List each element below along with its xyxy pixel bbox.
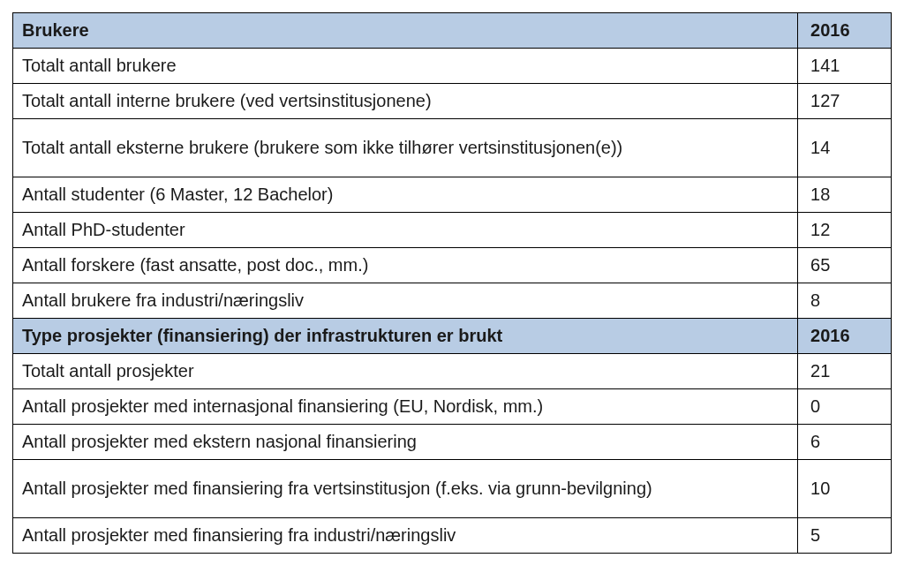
row-label: Antall forskere (fast ansatte, post doc.… [13, 248, 798, 283]
row-label: Antall prosjekter med ekstern nasjonal f… [13, 425, 798, 460]
row-value: 14 [798, 119, 892, 177]
section-header-label: Type prosjekter (finansiering) der infra… [13, 319, 798, 354]
row-value: 21 [798, 354, 892, 389]
row-value: 5 [798, 518, 892, 554]
row-value: 6 [798, 425, 892, 460]
table-row: Totalt antall interne brukere (ved verts… [13, 84, 892, 119]
table-row: Totalt antall eksterne brukere (brukere … [13, 119, 892, 177]
row-label: Antall brukere fra industri/næringsliv [13, 283, 798, 319]
table-row: Antall prosjekter med ekstern nasjonal f… [13, 425, 892, 460]
section-header-year: 2016 [798, 319, 892, 354]
section-header-row: Type prosjekter (finansiering) der infra… [13, 319, 892, 354]
row-label: Totalt antall interne brukere (ved verts… [13, 84, 798, 119]
row-label: Antall prosjekter med finansiering fra v… [13, 460, 798, 518]
row-value: 65 [798, 248, 892, 283]
row-value: 10 [798, 460, 892, 518]
data-table: Brukere2016Totalt antall brukere141Total… [12, 12, 892, 554]
table-row: Antall prosjekter med finansiering fra v… [13, 460, 892, 518]
row-label: Antall prosjekter med finansiering fra i… [13, 518, 798, 554]
row-label: Totalt antall brukere [13, 49, 798, 84]
table-row: Antall PhD-studenter12 [13, 213, 892, 248]
row-value: 18 [798, 177, 892, 213]
row-value: 141 [798, 49, 892, 84]
table-row: Totalt antall brukere141 [13, 49, 892, 84]
row-label: Totalt antall prosjekter [13, 354, 798, 389]
row-value: 8 [798, 283, 892, 319]
table-row: Antall prosjekter med internasjonal fina… [13, 389, 892, 425]
table-row: Antall prosjekter med finansiering fra i… [13, 518, 892, 554]
row-value: 0 [798, 389, 892, 425]
row-label: Antall studenter (6 Master, 12 Bachelor) [13, 177, 798, 213]
table-row: Antall forskere (fast ansatte, post doc.… [13, 248, 892, 283]
section-header-label: Brukere [13, 13, 798, 49]
table-body: Brukere2016Totalt antall brukere141Total… [13, 13, 892, 554]
row-value: 127 [798, 84, 892, 119]
row-label: Totalt antall eksterne brukere (brukere … [13, 119, 798, 177]
table-row: Antall studenter (6 Master, 12 Bachelor)… [13, 177, 892, 213]
section-header-row: Brukere2016 [13, 13, 892, 49]
row-label: Antall PhD-studenter [13, 213, 798, 248]
row-label: Antall prosjekter med internasjonal fina… [13, 389, 798, 425]
table-row: Antall brukere fra industri/næringsliv8 [13, 283, 892, 319]
row-value: 12 [798, 213, 892, 248]
table-row: Totalt antall prosjekter21 [13, 354, 892, 389]
section-header-year: 2016 [798, 13, 892, 49]
